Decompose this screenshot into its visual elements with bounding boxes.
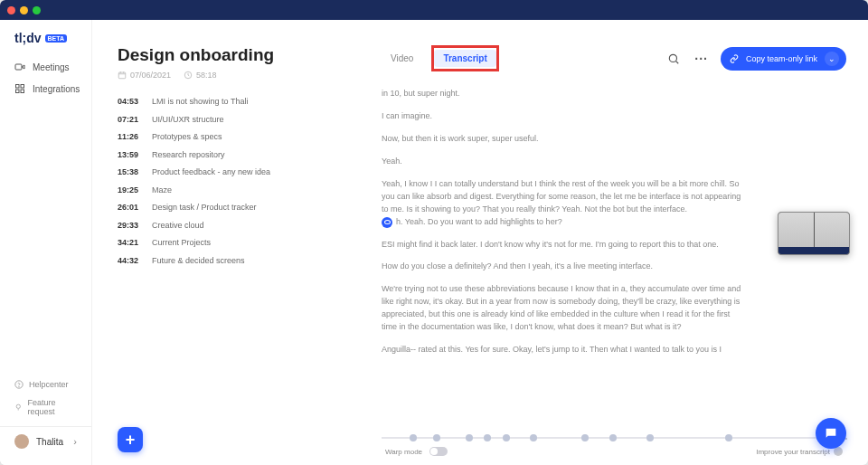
chat-icon — [824, 426, 838, 441]
svg-rect-8 — [118, 72, 126, 79]
svg-rect-2 — [21, 85, 24, 89]
pip-video[interactable] — [778, 212, 850, 255]
sidebar-item-label: Integrations — [33, 84, 80, 94]
timeline-marker[interactable] — [466, 434, 473, 441]
transcript-block[interactable]: How do you close a definitely? And then … — [382, 261, 743, 273]
main-header: Video Transcript ··· Copy team-only link… — [382, 45, 846, 71]
markers-panel: Design onboarding 07/06/2021 58:18 04:53… — [92, 20, 345, 465]
timeline-marker[interactable] — [581, 434, 589, 441]
video-icon — [14, 62, 25, 72]
chevron-down-icon[interactable]: ⌄ — [825, 52, 839, 66]
transcript-line[interactable]: Yeah. — [382, 156, 743, 168]
tab-transcript[interactable]: Transcript — [434, 50, 495, 67]
bulb-icon — [14, 403, 23, 412]
calendar-icon — [118, 71, 127, 80]
timeline-marker[interactable] — [410, 434, 417, 441]
timeline-marker[interactable] — [484, 434, 491, 441]
grid-icon — [14, 83, 25, 94]
copy-link-label: Copy team-only link — [746, 54, 817, 63]
brand-name: tl;dv — [14, 31, 42, 45]
timeline-marker[interactable] — [433, 434, 440, 441]
main-panel: Video Transcript ··· Copy team-only link… — [345, 20, 868, 465]
timeline-marker[interactable] — [725, 434, 732, 441]
improve-transcript-link[interactable]: Improve your transcript — [756, 448, 830, 456]
feature-request-link[interactable]: Feature request — [0, 394, 91, 421]
page-meta: 07/06/2021 58:18 — [118, 71, 327, 80]
marker-row[interactable]: 34:21Current Projects — [118, 237, 327, 250]
search-button[interactable] — [665, 51, 682, 67]
chevron-right-icon: › — [73, 436, 77, 447]
highlight-annotation: Transcript — [431, 45, 498, 71]
svg-rect-3 — [16, 90, 20, 93]
svg-rect-4 — [21, 90, 24, 93]
page-title: Design onboarding — [118, 45, 327, 65]
transcript-body: in 10, but super night. I can imagine. N… — [382, 88, 846, 427]
marker-row[interactable]: 26:01Design task / Product tracker — [118, 202, 327, 214]
sidebar-item-label: Meetings — [33, 62, 70, 72]
window-min-dot[interactable] — [20, 6, 28, 14]
feature-request-label: Feature request — [28, 398, 77, 416]
helpcenter-label: Helpcenter — [29, 380, 69, 389]
marker-row[interactable]: 07:21UI/UI/UXR structure — [118, 114, 327, 127]
svg-point-10 — [670, 54, 677, 62]
transcript-block[interactable]: ESI might find it back later. I don't kn… — [382, 239, 743, 251]
marker-row[interactable]: 13:59Research repository — [118, 149, 327, 162]
avatar — [14, 434, 29, 449]
bulb-icon — [834, 447, 843, 456]
warp-mode-toggle[interactable] — [429, 447, 448, 456]
sidebar-item-integrations[interactable]: Integrations — [0, 78, 91, 100]
marker-row[interactable]: 19:25Maze — [118, 185, 327, 197]
svg-rect-0 — [15, 64, 22, 70]
window-close-dot[interactable] — [7, 6, 15, 14]
transcript-block[interactable]: Yeah, I know I I can totally understand … — [382, 178, 765, 229]
helpcenter-link[interactable]: Helpcenter — [0, 375, 91, 394]
timeline-marker[interactable] — [530, 434, 537, 441]
search-icon — [667, 52, 680, 65]
marker-row[interactable]: 11:26Prototypes & specs — [118, 131, 327, 144]
marker-row[interactable]: 44:32Future & decided screens — [118, 255, 327, 268]
transcript-footer: Warp mode Improve your transcript — [382, 441, 846, 456]
transcript-line[interactable]: Now, but then it is work super, super us… — [382, 133, 743, 146]
marker-row[interactable]: 15:38Product feedback - any new idea — [118, 166, 327, 179]
timeline-marker[interactable] — [646, 434, 654, 441]
pip-controls[interactable] — [778, 247, 849, 254]
timeline-track[interactable]: ⋯ — [382, 434, 846, 441]
meta-date: 07/06/2021 — [118, 71, 171, 80]
user-name: Thalita — [36, 437, 63, 447]
svg-rect-1 — [16, 85, 20, 89]
user-menu[interactable]: Thalita › — [0, 426, 91, 452]
transcript-line[interactable]: in 10, but super night. — [382, 88, 743, 100]
markers-list: 04:53LMI is not showing to Thali 07:21UI… — [118, 96, 327, 267]
sidebar: tl;dv BETA Meetings Integrations Helpcen… — [0, 20, 92, 465]
eye-icon[interactable] — [382, 217, 392, 228]
tab-video[interactable]: Video — [382, 50, 422, 67]
warp-mode-label: Warp mode — [385, 448, 422, 456]
window-titlebar — [0, 0, 868, 20]
sidebar-item-meetings[interactable]: Meetings — [0, 56, 91, 78]
transcript-line[interactable]: I can imagine. — [382, 110, 743, 123]
link-icon — [730, 54, 739, 63]
chat-fab[interactable] — [816, 418, 846, 449]
marker-row[interactable]: 29:33Creative cloud — [118, 220, 327, 232]
brand-beta-badge: BETA — [45, 34, 68, 43]
brand-logo: tl;dv BETA — [0, 31, 91, 56]
svg-point-7 — [16, 404, 20, 408]
transcript-block[interactable]: We're trying not to use these abbreviati… — [382, 283, 743, 334]
window-max-dot[interactable] — [33, 6, 41, 14]
clock-icon — [184, 71, 193, 80]
copy-link-button[interactable]: Copy team-only link ⌄ — [721, 47, 846, 71]
meta-duration: 58:18 — [184, 71, 217, 80]
more-menu-button[interactable]: ··· — [691, 52, 712, 66]
marker-row[interactable]: 04:53LMI is not showing to Thali — [118, 96, 327, 109]
add-marker-button[interactable]: + — [118, 427, 143, 452]
timeline-marker[interactable] — [609, 434, 617, 441]
transcript-block[interactable]: Anguilla-- rated at this. Yes for sure. … — [382, 344, 743, 356]
timeline-marker[interactable] — [503, 434, 510, 441]
help-icon — [14, 380, 24, 389]
dots-icon: ··· — [694, 52, 708, 66]
